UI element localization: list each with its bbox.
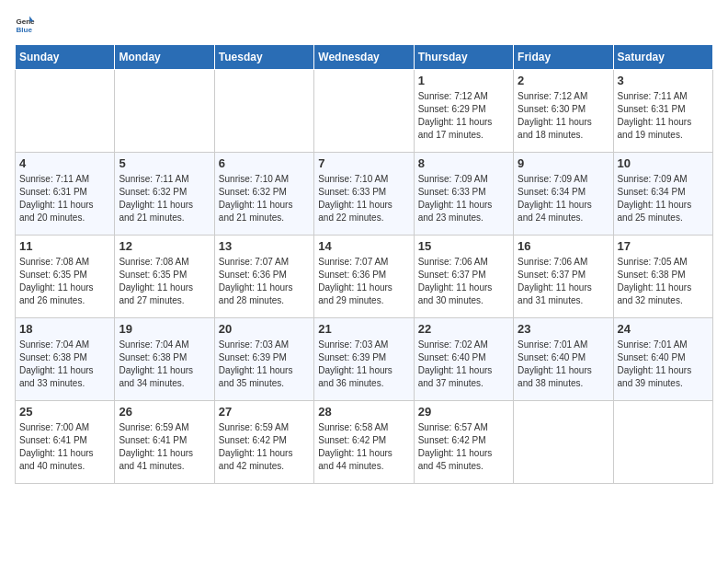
weekday-header-saturday: Saturday: [613, 45, 712, 70]
day-cell: 1Sunrise: 7:12 AMSunset: 6:29 PMDaylight…: [414, 70, 513, 153]
day-cell: 15Sunrise: 7:06 AMSunset: 6:37 PMDayligh…: [414, 236, 513, 318]
day-number: 4: [19, 156, 110, 170]
day-number: 21: [318, 322, 409, 336]
day-cell: [314, 70, 414, 153]
day-cell: 6Sunrise: 7:10 AMSunset: 6:32 PMDaylight…: [214, 153, 313, 236]
day-cell: 18Sunrise: 7:04 AMSunset: 6:38 PMDayligh…: [16, 318, 115, 401]
day-cell: 3Sunrise: 7:11 AMSunset: 6:31 PMDaylight…: [613, 70, 712, 153]
day-info: Sunrise: 7:04 AMSunset: 6:38 PMDaylight:…: [19, 339, 110, 390]
day-cell: 11Sunrise: 7:08 AMSunset: 6:35 PMDayligh…: [16, 236, 115, 318]
day-number: 12: [119, 239, 210, 253]
day-cell: 20Sunrise: 7:03 AMSunset: 6:39 PMDayligh…: [214, 318, 313, 401]
weekday-header-wednesday: Wednesday: [314, 45, 414, 70]
day-info: Sunrise: 6:58 AMSunset: 6:42 PMDaylight:…: [318, 421, 409, 473]
day-info: Sunrise: 6:59 AMSunset: 6:42 PMDaylight:…: [219, 421, 310, 473]
day-number: 3: [618, 74, 709, 87]
day-info: Sunrise: 7:09 AMSunset: 6:33 PMDaylight:…: [418, 173, 509, 224]
day-info: Sunrise: 7:05 AMSunset: 6:38 PMDaylight:…: [618, 256, 709, 307]
day-cell: 13Sunrise: 7:07 AMSunset: 6:36 PMDayligh…: [214, 236, 313, 318]
week-row-2: 4Sunrise: 7:11 AMSunset: 6:31 PMDaylight…: [16, 153, 713, 236]
day-cell: 27Sunrise: 6:59 AMSunset: 6:42 PMDayligh…: [214, 401, 313, 484]
day-number: 13: [219, 239, 310, 253]
day-cell: [16, 70, 115, 153]
day-number: 29: [418, 405, 509, 419]
page-header: General Blue: [15, 15, 713, 35]
day-info: Sunrise: 7:08 AMSunset: 6:35 PMDaylight:…: [19, 256, 110, 307]
day-number: 23: [518, 322, 609, 336]
day-info: Sunrise: 7:00 AMSunset: 6:41 PMDaylight:…: [19, 421, 110, 473]
day-number: 22: [418, 322, 509, 336]
day-info: Sunrise: 7:11 AMSunset: 6:31 PMDaylight:…: [618, 90, 709, 142]
svg-text:General: General: [16, 17, 35, 26]
day-number: 10: [618, 156, 709, 170]
day-info: Sunrise: 7:12 AMSunset: 6:29 PMDaylight:…: [418, 90, 509, 142]
day-cell: 10Sunrise: 7:09 AMSunset: 6:34 PMDayligh…: [613, 153, 712, 236]
day-info: Sunrise: 7:10 AMSunset: 6:32 PMDaylight:…: [219, 173, 310, 224]
weekday-header-monday: Monday: [115, 45, 214, 70]
day-info: Sunrise: 7:02 AMSunset: 6:40 PMDaylight:…: [418, 339, 509, 390]
day-number: 17: [618, 239, 709, 253]
day-cell: 4Sunrise: 7:11 AMSunset: 6:31 PMDaylight…: [16, 153, 115, 236]
day-number: 28: [318, 405, 409, 419]
day-number: 9: [518, 156, 609, 170]
day-number: 16: [518, 239, 609, 253]
day-info: Sunrise: 7:08 AMSunset: 6:35 PMDaylight:…: [119, 256, 210, 307]
day-info: Sunrise: 7:04 AMSunset: 6:38 PMDaylight:…: [119, 339, 210, 390]
day-number: 8: [418, 156, 509, 170]
week-row-5: 25Sunrise: 7:00 AMSunset: 6:41 PMDayligh…: [16, 401, 713, 484]
day-cell: 8Sunrise: 7:09 AMSunset: 6:33 PMDaylight…: [414, 153, 513, 236]
week-row-3: 11Sunrise: 7:08 AMSunset: 6:35 PMDayligh…: [16, 236, 713, 318]
day-number: 7: [318, 156, 409, 170]
calendar-table: SundayMondayTuesdayWednesdayThursdayFrid…: [15, 44, 713, 484]
logo-icon: General Blue: [15, 15, 35, 35]
day-cell: [214, 70, 313, 153]
day-cell: 9Sunrise: 7:09 AMSunset: 6:34 PMDaylight…: [514, 153, 613, 236]
day-number: 25: [19, 405, 110, 419]
day-info: Sunrise: 7:06 AMSunset: 6:37 PMDaylight:…: [418, 256, 509, 307]
svg-text:Blue: Blue: [16, 26, 32, 34]
day-info: Sunrise: 7:11 AMSunset: 6:31 PMDaylight:…: [19, 173, 110, 224]
day-cell: 25Sunrise: 7:00 AMSunset: 6:41 PMDayligh…: [16, 401, 115, 484]
day-cell: 19Sunrise: 7:04 AMSunset: 6:38 PMDayligh…: [115, 318, 214, 401]
day-cell: 2Sunrise: 7:12 AMSunset: 6:30 PMDaylight…: [514, 70, 613, 153]
day-number: 15: [418, 239, 509, 253]
day-number: 20: [219, 322, 310, 336]
weekday-header-friday: Friday: [514, 45, 613, 70]
day-number: 27: [219, 405, 310, 419]
day-info: Sunrise: 7:10 AMSunset: 6:33 PMDaylight:…: [318, 173, 409, 224]
logo: General Blue: [15, 15, 37, 35]
day-info: Sunrise: 7:03 AMSunset: 6:39 PMDaylight:…: [219, 339, 310, 390]
weekday-header-tuesday: Tuesday: [214, 45, 313, 70]
day-cell: 23Sunrise: 7:01 AMSunset: 6:40 PMDayligh…: [514, 318, 613, 401]
day-info: Sunrise: 7:03 AMSunset: 6:39 PMDaylight:…: [318, 339, 409, 390]
day-cell: 21Sunrise: 7:03 AMSunset: 6:39 PMDayligh…: [314, 318, 414, 401]
day-info: Sunrise: 7:11 AMSunset: 6:32 PMDaylight:…: [119, 173, 210, 224]
day-cell: 7Sunrise: 7:10 AMSunset: 6:33 PMDaylight…: [314, 153, 414, 236]
week-row-4: 18Sunrise: 7:04 AMSunset: 6:38 PMDayligh…: [16, 318, 713, 401]
day-cell: 22Sunrise: 7:02 AMSunset: 6:40 PMDayligh…: [414, 318, 513, 401]
day-info: Sunrise: 7:07 AMSunset: 6:36 PMDaylight:…: [219, 256, 310, 307]
day-cell: 16Sunrise: 7:06 AMSunset: 6:37 PMDayligh…: [514, 236, 613, 318]
day-number: 1: [418, 74, 509, 87]
day-cell: [514, 401, 613, 484]
day-info: Sunrise: 7:06 AMSunset: 6:37 PMDaylight:…: [518, 256, 609, 307]
day-number: 5: [119, 156, 210, 170]
day-info: Sunrise: 7:01 AMSunset: 6:40 PMDaylight:…: [518, 339, 609, 390]
day-cell: [613, 401, 712, 484]
day-number: 19: [119, 322, 210, 336]
day-info: Sunrise: 7:09 AMSunset: 6:34 PMDaylight:…: [518, 173, 609, 224]
day-number: 11: [19, 239, 110, 253]
day-info: Sunrise: 6:57 AMSunset: 6:42 PMDaylight:…: [418, 421, 509, 473]
day-cell: 29Sunrise: 6:57 AMSunset: 6:42 PMDayligh…: [414, 401, 513, 484]
day-cell: 14Sunrise: 7:07 AMSunset: 6:36 PMDayligh…: [314, 236, 414, 318]
day-number: 18: [19, 322, 110, 336]
day-cell: 12Sunrise: 7:08 AMSunset: 6:35 PMDayligh…: [115, 236, 214, 318]
week-row-1: 1Sunrise: 7:12 AMSunset: 6:29 PMDaylight…: [16, 70, 713, 153]
day-number: 14: [318, 239, 409, 253]
day-info: Sunrise: 6:59 AMSunset: 6:41 PMDaylight:…: [119, 421, 210, 473]
day-number: 6: [219, 156, 310, 170]
day-info: Sunrise: 7:01 AMSunset: 6:40 PMDaylight:…: [618, 339, 709, 390]
day-cell: [115, 70, 214, 153]
weekday-header-sunday: Sunday: [16, 45, 115, 70]
day-cell: 24Sunrise: 7:01 AMSunset: 6:40 PMDayligh…: [613, 318, 712, 401]
